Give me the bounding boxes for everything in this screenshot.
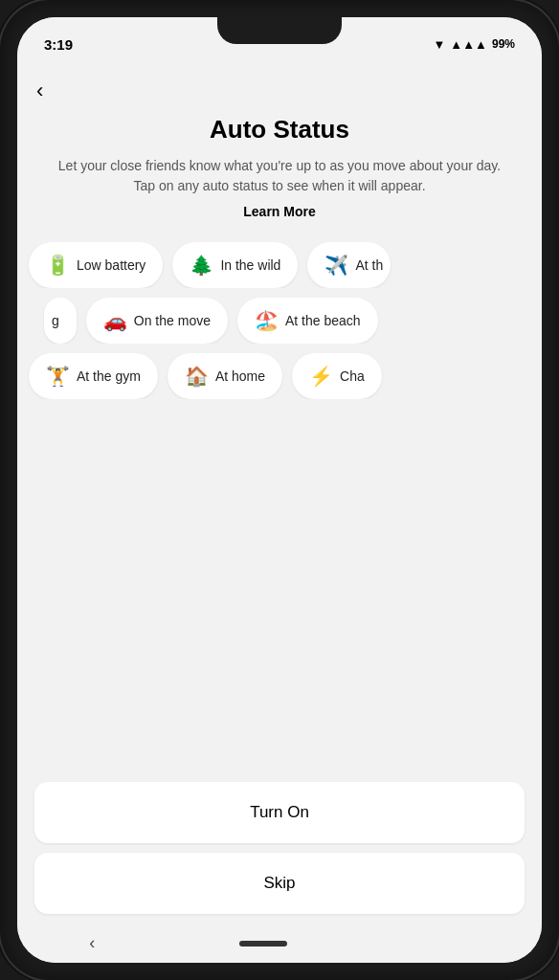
chip-at-home[interactable]: 🏠 At home [168, 353, 282, 399]
chip-charging-label: Cha [340, 368, 365, 384]
main-content: ‹ Auto Status Let your close friends kno… [17, 59, 542, 925]
status-icons: ▼ ▲▲▲ 99% [433, 37, 515, 52]
notch [217, 17, 342, 44]
gym-emoji: 🏋️ [46, 365, 70, 388]
home-emoji: 🏠 [185, 365, 209, 388]
chips-row-2: g 🚗 On the move 🏖️ At the beach [21, 298, 538, 344]
chip-charging[interactable]: ⚡ Cha [292, 353, 382, 399]
car-emoji: 🚗 [103, 309, 127, 332]
chip-wild-label: In the wild [220, 257, 280, 273]
chip-gym-label: At the gym [77, 368, 141, 384]
nav-bar: ‹ [17, 925, 542, 963]
turn-on-button[interactable]: Turn On [34, 782, 525, 843]
chips-row-3: 🏋️ At the gym 🏠 At home ⚡ Cha [21, 353, 538, 399]
chip-at-gym[interactable]: 🏋️ At the gym [29, 353, 158, 399]
chip-partial-left[interactable]: g [44, 298, 77, 344]
chip-low-battery[interactable]: 🔋 Low battery [29, 242, 163, 288]
low-battery-emoji: 🔋 [46, 254, 70, 277]
chips-container: 🔋 Low battery 🌲 In the wild ✈️ At th [17, 242, 542, 763]
chip-partial-label: g [52, 313, 59, 328]
skip-button[interactable]: Skip [34, 853, 525, 914]
page-title: Auto Status [17, 115, 542, 145]
wild-emoji: 🌲 [190, 254, 213, 277]
nav-home-pill[interactable] [239, 941, 287, 947]
airport-emoji: ✈️ [324, 254, 348, 277]
chip-at-the-beach[interactable]: 🏖️ At the beach [237, 298, 378, 344]
back-button[interactable]: ‹ [17, 67, 62, 107]
chip-beach-label: At the beach [285, 313, 361, 328]
chip-on-the-move[interactable]: 🚗 On the move [86, 298, 228, 344]
beach-emoji: 🏖️ [255, 309, 279, 332]
page-description: Let your close friends know what you're … [17, 156, 542, 196]
chip-at-airport[interactable]: ✈️ At th [307, 242, 391, 288]
nav-back-button[interactable]: ‹ [89, 933, 95, 953]
chips-row-1: 🔋 Low battery 🌲 In the wild ✈️ At th [21, 242, 538, 288]
battery-text: 99% [492, 37, 515, 51]
chip-home-label: At home [215, 368, 265, 384]
status-time: 3:19 [44, 36, 73, 53]
signal-icon: ▲▲▲ [450, 37, 487, 52]
chip-in-the-wild[interactable]: 🌲 In the wild [172, 242, 298, 288]
chip-low-battery-label: Low battery [77, 257, 145, 273]
chip-move-label: On the move [134, 313, 211, 328]
wifi-icon: ▼ [433, 37, 445, 52]
learn-more-link[interactable]: Learn More [17, 204, 542, 219]
chip-airport-label: At th [355, 257, 383, 273]
phone-frame: 3:19 ▼ ▲▲▲ 99% ‹ Auto Status Let your cl… [0, 0, 559, 980]
buttons-area: Turn On Skip [17, 763, 542, 925]
status-bar: 3:19 ▼ ▲▲▲ 99% [17, 17, 542, 59]
phone-screen: 3:19 ▼ ▲▲▲ 99% ‹ Auto Status Let your cl… [17, 17, 542, 963]
charging-emoji: ⚡ [309, 365, 333, 388]
